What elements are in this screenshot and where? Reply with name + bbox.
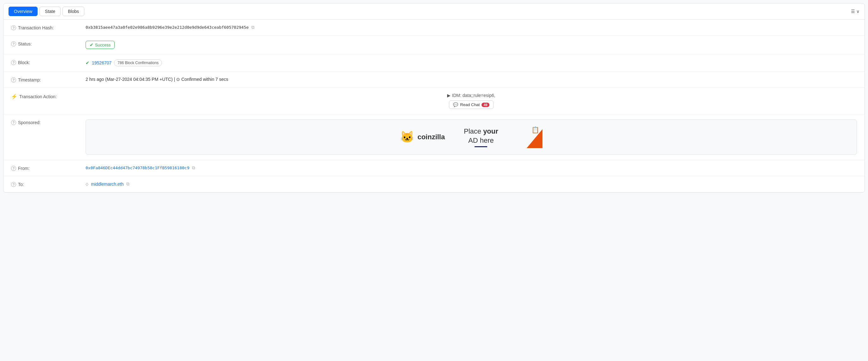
- help-icon-status: ?: [11, 41, 16, 47]
- help-icon-from: ?: [11, 166, 16, 171]
- status-value: ✔ Success: [86, 41, 857, 49]
- from-value: 0x0Fa846DEc44dd47bc74978b58c1FfB59816180…: [86, 165, 857, 171]
- help-icon-hash: ?: [11, 25, 16, 30]
- to-address-link[interactable]: middlemarch.eth: [91, 182, 124, 187]
- ad-tagline: Place your AD here: [464, 127, 498, 145]
- sponsored-label: ? Sponsored:: [11, 119, 81, 125]
- tab-bar: Overview State Blobs ☰ ∨: [3, 3, 865, 20]
- chat-count-badge: 49: [482, 103, 489, 107]
- ad-underline: [474, 146, 487, 147]
- transaction-hash-label: ? Transaction Hash:: [11, 25, 81, 30]
- block-confirmations-badge: 786 Block Confirmations: [114, 59, 162, 66]
- from-label-text: From:: [18, 166, 30, 171]
- ad-place-text: Place your: [464, 127, 498, 135]
- hash-text: 0xb3815aee47a3a0fe02e986a8b9296e39e2e212…: [86, 25, 249, 30]
- ad-text-block: Place your AD here: [464, 127, 498, 147]
- sponsored-label-text: Sponsored:: [18, 120, 41, 125]
- tab-state[interactable]: State: [39, 7, 61, 16]
- coinzilla-logo: 🐱 coinzilla: [400, 130, 445, 144]
- tab-right-menu[interactable]: ☰ ∨: [851, 9, 860, 14]
- block-row: ? Block: ✔ 19526707 786 Block Confirmati…: [3, 54, 865, 72]
- transaction-hash-label-text: Transaction Hash:: [18, 25, 54, 30]
- tab-blobs[interactable]: Blobs: [63, 7, 84, 16]
- from-row: ? From: 0x0Fa846DEc44dd47bc74978b58c1FfB…: [3, 160, 865, 176]
- block-check-icon: ✔: [86, 60, 89, 65]
- contract-icon: ◇: [86, 182, 88, 186]
- ad-decoration: 📋: [517, 126, 542, 148]
- list-filter-icon: ☰: [851, 9, 855, 14]
- copy-hash-button[interactable]: ⧉: [251, 25, 254, 30]
- help-icon-sponsored: ?: [11, 120, 16, 125]
- transaction-action-label: ⚡ Transaction Action:: [11, 93, 81, 99]
- chevron-down-icon: ∨: [856, 9, 860, 14]
- to-label: ? To:: [11, 181, 81, 187]
- copy-to-button[interactable]: ⧉: [126, 181, 129, 187]
- transaction-action-label-text: Transaction Action:: [19, 94, 57, 99]
- to-label-text: To:: [18, 182, 24, 187]
- transaction-hash-value: 0xb3815aee47a3a0fe02e986a8b9296e39e2e212…: [86, 25, 857, 30]
- help-icon-block: ?: [11, 60, 16, 65]
- chat-icon: 💬: [453, 102, 458, 107]
- transaction-action-value: ▶ IDM: data;;rule=esip6, 💬 Read Chat 49: [86, 93, 857, 109]
- tab-overview[interactable]: Overview: [8, 7, 38, 16]
- sponsored-row: ? Sponsored: 🐱 coinzilla Place your AD h…: [3, 114, 865, 160]
- timestamp-label-text: Timestamp:: [18, 78, 41, 83]
- help-icon-timestamp: ?: [11, 78, 16, 83]
- monster-icon: 🐱: [400, 130, 414, 144]
- from-label: ? From:: [11, 165, 81, 171]
- sponsored-value: 🐱 coinzilla Place your AD here 📋: [86, 119, 857, 155]
- content-area: ? Transaction Hash: 0xb3815aee47a3a0fe02…: [3, 20, 865, 192]
- check-icon: ✔: [90, 42, 93, 48]
- transaction-action-row: ⚡ Transaction Action: ▶ IDM: data;;rule=…: [3, 88, 865, 114]
- orange-triangle: [527, 129, 542, 148]
- coinzilla-text: coinzilla: [417, 133, 445, 141]
- action-text: ▶ IDM: data;;rule=esip6,: [447, 93, 495, 98]
- copy-from-button[interactable]: ⧉: [192, 165, 195, 171]
- block-value: ✔ 19526707 786 Block Confirmations: [86, 59, 857, 66]
- timestamp-label: ? Timestamp:: [11, 77, 81, 83]
- status-label-text: Status:: [18, 41, 32, 47]
- from-address-link[interactable]: 0x0Fa846DEc44dd47bc74978b58c1FfB59816180…: [86, 166, 189, 170]
- block-label-text: Block:: [18, 60, 30, 65]
- timestamp-row: ? Timestamp: 2 hrs ago (Mar-27-2024 04:0…: [3, 72, 865, 88]
- to-value: ◇ middlemarch.eth ⧉: [86, 181, 857, 187]
- block-label: ? Block:: [11, 59, 81, 65]
- status-text: Success: [95, 42, 111, 48]
- transaction-hash-row: ? Transaction Hash: 0xb3815aee47a3a0fe02…: [3, 20, 865, 36]
- timestamp-text: 2 hrs ago (Mar-27-2024 04:04:35 PM +UTC)…: [86, 77, 228, 82]
- tab-group: Overview State Blobs: [8, 7, 84, 16]
- ad-here-text: AD here: [468, 137, 494, 144]
- read-chat-button[interactable]: 💬 Read Chat 49: [449, 100, 493, 109]
- status-row: ? Status: ✔ Success: [3, 36, 865, 54]
- main-container: Overview State Blobs ☰ ∨ ? Transaction H…: [3, 3, 865, 193]
- block-number-link[interactable]: 19526707: [92, 60, 112, 65]
- sponsored-banner[interactable]: 🐱 coinzilla Place your AD here 📋: [86, 119, 857, 155]
- lightning-icon: ⚡: [11, 93, 18, 99]
- to-row: ? To: ◇ middlemarch.eth ⧉: [3, 176, 865, 192]
- timestamp-value: 2 hrs ago (Mar-27-2024 04:04:35 PM +UTC)…: [86, 77, 857, 82]
- status-badge: ✔ Success: [86, 41, 115, 49]
- status-label: ? Status:: [11, 41, 81, 47]
- help-icon-to: ?: [11, 182, 16, 187]
- read-chat-label: Read Chat: [460, 102, 479, 107]
